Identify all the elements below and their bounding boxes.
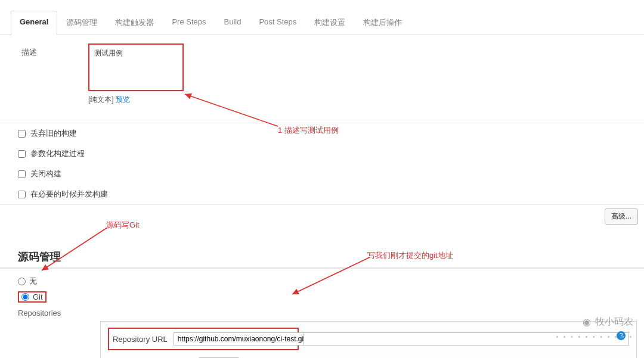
watermark-dots: • • • • • • • • • • •	[556, 334, 633, 340]
discard-old-builds-label: 丢弃旧的构建	[30, 128, 77, 139]
scm-git-label: Git	[33, 292, 43, 301]
tab-scm[interactable]: 源码管理	[57, 11, 106, 35]
tab-presteps[interactable]: Pre Steps	[163, 11, 215, 35]
description-textarea[interactable]: 测试用例	[88, 43, 184, 91]
build-options: 丢弃旧的构建 参数化构建过程 关闭构建 在必要的时候并发构建	[0, 123, 644, 204]
scm-git-radio[interactable]	[21, 293, 29, 301]
tab-build[interactable]: Build	[215, 11, 250, 35]
repositories-label: Repositories	[0, 305, 644, 317]
wechat-icon: ◉	[583, 316, 592, 328]
config-tabs: General 源码管理 构建触发器 Pre Steps Build Post …	[0, 11, 644, 35]
tab-poststeps[interactable]: Post Steps	[250, 11, 305, 35]
plain-text-label: [纯文本]	[88, 95, 114, 104]
tab-triggers[interactable]: 构建触发器	[106, 11, 163, 35]
parametrized-build-label: 参数化构建过程	[30, 148, 85, 159]
advanced-button-general[interactable]: 高级...	[605, 208, 638, 225]
scm-none-label: 无	[29, 276, 37, 287]
repo-url-label: Repository URL	[113, 335, 168, 344]
discard-old-builds-checkbox[interactable]	[18, 130, 26, 138]
disable-build-checkbox[interactable]	[18, 170, 26, 178]
tab-postbuild[interactable]: 构建后操作	[354, 11, 411, 35]
concurrent-build-label: 在必要的时候并发构建	[30, 189, 108, 200]
watermark: ◉ 牧小码农	[583, 316, 633, 328]
description-label: 描述	[21, 43, 88, 58]
tab-buildsettings[interactable]: 构建设置	[305, 11, 354, 35]
parametrized-build-checkbox[interactable]	[18, 150, 26, 158]
concurrent-build-checkbox[interactable]	[18, 191, 26, 198]
preview-link[interactable]: 预览	[116, 95, 130, 104]
tab-general[interactable]: General	[11, 11, 57, 35]
disable-build-label: 关闭构建	[30, 169, 61, 179]
repo-url-input[interactable]	[174, 332, 322, 345]
scm-none-radio[interactable]	[18, 278, 26, 285]
scm-section-title: 源码管理	[0, 228, 644, 269]
